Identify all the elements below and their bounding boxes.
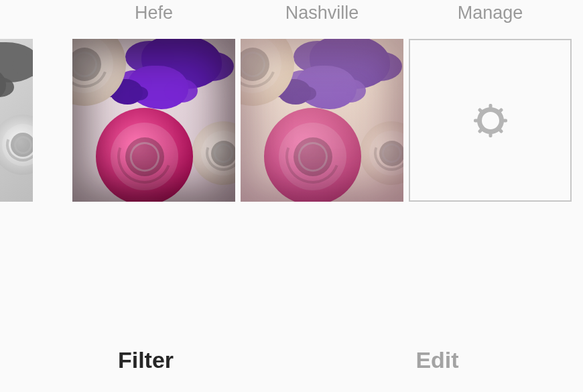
filter-label: Hefe xyxy=(135,0,173,25)
svg-rect-2 xyxy=(489,131,492,137)
filter-thumbnail[interactable] xyxy=(72,39,235,202)
filter-thumbnail[interactable] xyxy=(241,39,403,202)
filter-item-inkwell[interactable]: ell xyxy=(0,0,33,202)
filter-item-nashville[interactable]: Nashville xyxy=(241,0,403,202)
svg-rect-4 xyxy=(501,119,507,122)
bottom-tab-bar: Filter Edit xyxy=(0,328,583,392)
tab-edit[interactable]: Edit xyxy=(292,328,583,392)
svg-rect-3 xyxy=(474,119,480,122)
thumbnail-image xyxy=(0,39,33,202)
thumbnail-image xyxy=(72,39,235,202)
filter-label: Manage xyxy=(458,0,523,25)
manage-filters-tile[interactable] xyxy=(409,39,572,202)
filter-item-hefe[interactable]: Hefe xyxy=(72,0,235,202)
tab-filter[interactable]: Filter xyxy=(0,328,292,392)
filter-carousel[interactable]: ell Hefe Nashville xyxy=(0,0,583,201)
filter-item-manage[interactable]: Manage xyxy=(409,0,572,202)
svg-point-9 xyxy=(482,112,499,129)
filter-thumbnail[interactable] xyxy=(0,39,33,202)
svg-rect-1 xyxy=(489,104,492,110)
thumbnail-image xyxy=(241,39,403,202)
filter-label: Nashville xyxy=(285,0,359,25)
gear-icon xyxy=(472,102,509,139)
